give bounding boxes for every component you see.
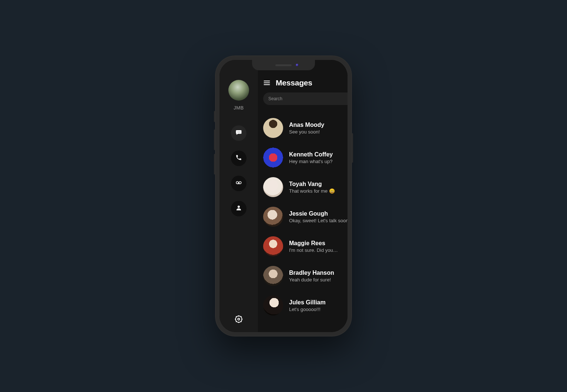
svg-point-2 [239,132,240,132]
conversation-text: Bradley Hanson Yeah dude for sure! [289,270,334,283]
conversation-text: Jules Gilliam Let's gooooo!!! [289,299,326,312]
conversation-preview: Okay, sweet! Let's talk soon [289,218,348,223]
conversation-text: Anas Moody See you soon! [289,122,324,135]
front-camera [296,64,299,67]
svg-point-0 [238,132,238,132]
search-input[interactable] [268,96,342,101]
conversation-text: Kenneth Coffey Hey man what's up? [289,151,333,164]
conversation-preview: I'm not sure. Did you… [289,247,338,253]
settings-button[interactable] [234,314,244,324]
conversation-preview: Yeah dude for sure! [289,277,334,283]
sidebar: JMB [219,60,258,332]
chat-icon [235,129,242,137]
phone-frame: JMB [215,55,352,337]
phone-side-button [214,154,215,175]
avatar [263,207,283,227]
canvas: JMB [0,0,567,392]
voicemail-icon [235,179,242,187]
conversation-preview: That works for me 😄 [289,188,335,194]
profile-avatar[interactable] [228,80,249,101]
conversation-name: Bradley Hanson [289,270,334,276]
conversation-name: Anas Moody [289,122,324,128]
conversation-row[interactable]: Toyah Vang That works for me 😄 [258,172,348,202]
nav-contacts-button[interactable] [231,201,246,216]
conversation-row[interactable]: Bradley Hanson Yeah dude for sure! [258,261,348,291]
conversation-name: Maggie Rees [289,240,338,247]
conversation-preview: See you soon! [289,129,324,135]
header: Messages [258,78,348,87]
avatar [263,295,283,315]
phone-side-button [214,129,215,150]
conversation-row[interactable]: Maggie Rees I'm not sure. Did you… [258,232,348,261]
avatar [263,266,283,286]
svg-point-4 [239,182,241,184]
screen: JMB [219,60,348,332]
phone-side-button [214,111,215,122]
conversation-text: Jessie Gough Okay, sweet! Let's talk soo… [289,210,348,223]
avatar [263,236,283,256]
notch [252,60,315,70]
nav-voicemail-button[interactable] [231,176,246,191]
conversation-name: Jules Gilliam [289,299,326,306]
avatar [263,148,283,168]
svg-point-1 [238,132,239,132]
conversation-name: Toyah Vang [289,181,335,187]
menu-button[interactable] [263,79,271,87]
conversation-text: Toyah Vang That works for me 😄 [289,181,335,194]
nav [231,125,246,216]
phone-side-button [352,133,353,163]
conversation-row[interactable]: Jessie Gough Okay, sweet! Let's talk soo… [258,202,348,232]
conversation-name: Kenneth Coffey [289,151,333,158]
main-panel: Messages Anas Moody See you soon! [258,60,348,332]
svg-point-8 [238,318,239,320]
avatar [263,118,283,138]
conversation-row[interactable]: Jules Gilliam Let's gooooo!!! [258,291,348,320]
nav-messages-button[interactable] [231,125,246,141]
page-title: Messages [276,78,312,87]
conversation-row[interactable]: Anas Moody See you soon! [258,113,348,143]
search-bar[interactable] [263,92,348,105]
gear-icon [234,319,244,325]
conversation-list: Anas Moody See you soon! Kenneth Coffey … [258,113,348,320]
conversation-preview: Let's gooooo!!! [289,307,326,312]
nav-calls-button[interactable] [231,151,246,166]
person-icon [235,205,242,213]
hamburger-icon [263,81,271,88]
svg-point-6 [238,206,240,208]
conversation-text: Maggie Rees I'm not sure. Did you… [289,240,338,253]
speaker-grille [275,64,292,66]
svg-point-3 [236,182,238,184]
conversation-name: Jessie Gough [289,210,348,217]
conversation-row[interactable]: Kenneth Coffey Hey man what's up? [258,143,348,172]
conversation-preview: Hey man what's up? [289,159,333,164]
avatar [263,177,283,197]
phone-icon [235,154,242,162]
profile-name: JMB [234,105,244,111]
